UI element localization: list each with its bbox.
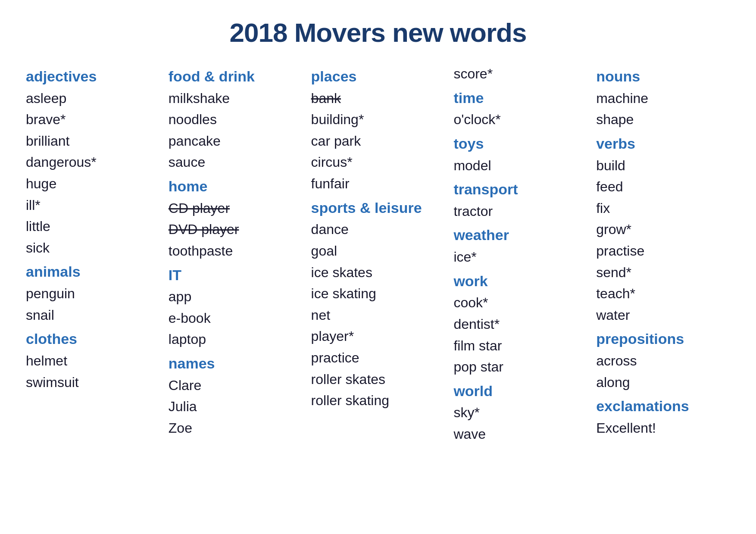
word-item: ill* bbox=[26, 195, 160, 216]
word-item: swimsuit bbox=[26, 372, 160, 393]
word-item: noodles bbox=[169, 109, 303, 131]
word-item: roller skates bbox=[311, 369, 445, 390]
category-label: work bbox=[453, 270, 587, 293]
word-item: o'clock* bbox=[453, 109, 587, 131]
category-label: clothes bbox=[26, 328, 160, 350]
word-item: Zoe bbox=[169, 418, 303, 439]
word-item: tractor bbox=[453, 201, 587, 222]
category-label: toys bbox=[453, 132, 587, 155]
word-item: DVD player bbox=[169, 219, 303, 240]
word-item: bank bbox=[311, 88, 445, 109]
word-item: pancake bbox=[169, 131, 303, 152]
word-item: ice* bbox=[453, 247, 587, 268]
word-item: cook* bbox=[453, 292, 587, 314]
category-label: prepositions bbox=[596, 328, 730, 350]
word-item: ice skates bbox=[311, 262, 445, 284]
word-item: dance bbox=[311, 219, 445, 240]
word-item: car park bbox=[311, 131, 445, 152]
word-item: funfair bbox=[311, 173, 445, 195]
word-item: helmet bbox=[26, 350, 160, 372]
word-item: build bbox=[596, 155, 730, 177]
word-item: send* bbox=[596, 262, 730, 284]
word-item: teach* bbox=[596, 283, 730, 305]
word-item: app bbox=[169, 286, 303, 308]
word-item: milkshake bbox=[169, 88, 303, 109]
word-item: water bbox=[596, 305, 730, 326]
category-label: time bbox=[453, 87, 587, 109]
word-item: circus* bbox=[311, 152, 445, 173]
word-item: snail bbox=[26, 305, 160, 326]
category-label: world bbox=[453, 380, 587, 403]
category-label: sports & leisure bbox=[311, 197, 445, 219]
category-label: verbs bbox=[596, 132, 730, 155]
word-item: brave* bbox=[26, 109, 160, 131]
word-item: sky* bbox=[453, 402, 587, 424]
word-item: brilliant bbox=[26, 131, 160, 152]
column-col1: adjectivesasleepbrave*brilliantdangerous… bbox=[26, 63, 160, 445]
word-item: sauce bbox=[169, 152, 303, 173]
word-item: grow* bbox=[596, 219, 730, 240]
word-item: CD player bbox=[169, 198, 303, 219]
column-col5: nounsmachineshapeverbsbuildfeedfixgrow*p… bbox=[596, 63, 730, 445]
column-col3: placesbankbuilding*car parkcircus*funfai… bbox=[311, 63, 445, 445]
word-item: net bbox=[311, 305, 445, 326]
word-item: Julia bbox=[169, 396, 303, 418]
word-item: practice bbox=[311, 347, 445, 369]
word-item: film star bbox=[453, 335, 587, 357]
page-title: 2018 Movers new words bbox=[26, 17, 730, 48]
word-item: practise bbox=[596, 240, 730, 262]
category-label: names bbox=[169, 352, 303, 375]
word-item: dentist* bbox=[453, 314, 587, 335]
word-item: laptop bbox=[169, 329, 303, 350]
word-item: pop star bbox=[453, 356, 587, 378]
word-item: across bbox=[596, 350, 730, 372]
word-item: along bbox=[596, 372, 730, 393]
category-label: exclamations bbox=[596, 395, 730, 418]
word-item: ice skating bbox=[311, 283, 445, 305]
word-item: score* bbox=[453, 63, 587, 85]
column-col4: score*timeo'clock*toysmodeltransporttrac… bbox=[453, 63, 587, 445]
word-item: Clare bbox=[169, 375, 303, 397]
column-col2: food & drinkmilkshakenoodlespancakesauce… bbox=[169, 63, 303, 445]
word-item: player* bbox=[311, 326, 445, 347]
category-label: places bbox=[311, 65, 445, 88]
word-item: shape bbox=[596, 109, 730, 131]
word-item: machine bbox=[596, 88, 730, 109]
word-item: toothpaste bbox=[169, 240, 303, 262]
word-item: wave bbox=[453, 424, 587, 445]
word-item: huge bbox=[26, 173, 160, 195]
category-label: food & drink bbox=[169, 65, 303, 88]
category-label: nouns bbox=[596, 65, 730, 88]
word-item: sick bbox=[26, 237, 160, 259]
word-grid: adjectivesasleepbrave*brilliantdangerous… bbox=[26, 63, 730, 445]
word-item: little bbox=[26, 216, 160, 237]
category-label: home bbox=[169, 175, 303, 198]
word-item: Excellent! bbox=[596, 418, 730, 439]
word-item: fix bbox=[596, 198, 730, 219]
word-item: penguin bbox=[26, 283, 160, 305]
word-item: e-book bbox=[169, 308, 303, 329]
category-label: transport bbox=[453, 178, 587, 201]
word-item: goal bbox=[311, 240, 445, 262]
category-label: animals bbox=[26, 260, 160, 283]
word-item: asleep bbox=[26, 88, 160, 109]
category-label: IT bbox=[169, 264, 303, 287]
word-item: model bbox=[453, 155, 587, 177]
category-label: weather bbox=[453, 224, 587, 247]
category-label: adjectives bbox=[26, 65, 160, 88]
word-item: building* bbox=[311, 109, 445, 131]
word-item: feed bbox=[596, 176, 730, 198]
word-item: dangerous* bbox=[26, 152, 160, 173]
word-item: roller skating bbox=[311, 390, 445, 412]
